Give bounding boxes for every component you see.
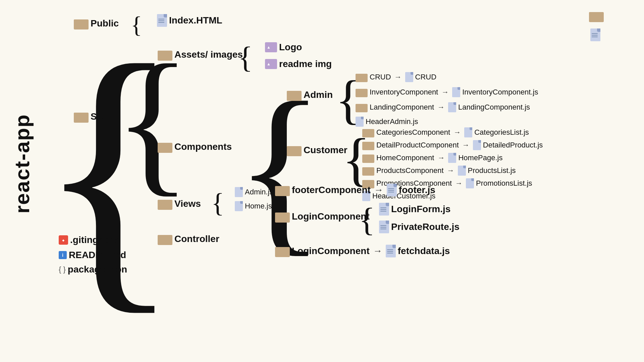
top-right-file-icon — [590, 28, 600, 41]
views-node: Views — [158, 198, 201, 210]
landing-folder-label: LandingComponent — [370, 103, 434, 112]
customer-label: Customer — [304, 145, 347, 156]
products-file-label: ProductsList.js — [468, 166, 516, 175]
crud-folder-node: CRUD → CRUD — [356, 72, 436, 82]
products-folder-icon — [362, 166, 374, 176]
admin-js-icon — [235, 187, 243, 197]
promotions-file-label: PromotionsList.js — [476, 179, 532, 188]
admin-node: Admin — [287, 89, 333, 101]
public-folder-icon — [74, 17, 89, 29]
inventory-folder-label: InventoryComponent — [370, 88, 438, 97]
views-label: Views — [174, 198, 201, 209]
categories-file-label: CategoriesList.js — [474, 128, 529, 137]
json-icon: { } — [59, 265, 66, 274]
controller-label: Controller — [174, 234, 219, 244]
private-route-node: PrivateRoute.js — [379, 221, 460, 233]
top-right-folder-icon — [589, 10, 604, 22]
crud-folder-label: CRUD — [370, 73, 391, 81]
header-admin-node: HeaderAdmin.js — [356, 117, 418, 127]
gitignore-label: .gitingnore — [70, 235, 119, 245]
crud-arrow: → — [394, 73, 402, 81]
src-label: Src — [91, 111, 106, 122]
inventory-node: InventoryComponent → InventoryComponent.… — [356, 87, 538, 97]
crud-file-icon — [405, 72, 413, 82]
components-label: Components — [174, 141, 232, 152]
fetchdata-file-label: fetchdata.js — [398, 246, 450, 256]
private-route-icon — [379, 221, 389, 233]
login-form-icon — [379, 203, 389, 216]
customer-node: Customer — [287, 144, 347, 156]
info-icon: i — [59, 251, 67, 259]
src-brace: { — [114, 40, 191, 201]
categories-node: CategoriesComponent → CategoriesList.js — [362, 127, 529, 137]
promotions-arrow: → — [455, 179, 463, 188]
gitignore-node: .gitingnore — [59, 235, 119, 245]
index-html-label: Index.HTML — [169, 15, 222, 26]
crud-file-label: CRUD — [415, 73, 437, 81]
products-node: ProductsComponent → ProductsList.js — [362, 166, 516, 176]
login-folder-icon — [275, 210, 290, 223]
index-html-icon — [157, 14, 167, 27]
package-node: { } package.json — [59, 264, 127, 275]
categories-arrow: → — [453, 128, 461, 137]
components-brace: { — [235, 74, 325, 261]
components-folder-icon — [158, 141, 172, 153]
inventory-file-label: InventoryComponent.js — [462, 88, 538, 97]
landing-file-icon — [448, 102, 456, 112]
home-comp-node: HomeComponent → HomePage.js — [362, 153, 503, 163]
products-folder-label: ProductsComponent — [376, 166, 444, 175]
home-comp-file-label: HomePage.js — [458, 154, 502, 162]
detail-file-icon — [473, 140, 481, 150]
public-label: Public — [91, 18, 119, 29]
footer-file-label: footer.js — [399, 185, 435, 195]
src-folder-icon — [74, 111, 89, 123]
products-file-icon — [458, 166, 466, 176]
footer-folder-icon — [275, 184, 290, 196]
products-arrow: → — [447, 166, 454, 175]
footer-node: footerComponent → footer.js — [275, 184, 435, 196]
home-js-label: Home.js — [245, 202, 272, 210]
home-comp-arrow: → — [437, 154, 445, 162]
git-icon — [59, 235, 68, 245]
readme-label: README.md — [69, 250, 126, 260]
detail-file-label: DetailedProduct.js — [483, 141, 543, 149]
top-right-folder — [589, 10, 604, 23]
admin-label: Admin — [304, 89, 333, 100]
controller-folder-icon — [158, 233, 172, 245]
login-folder-label: LoginComponent — [292, 211, 370, 222]
login-brace: { — [359, 200, 375, 239]
readme-node: i README.md — [59, 250, 126, 260]
categories-folder-icon — [362, 127, 374, 137]
detail-node: DetailProductComponent → DetailedProduct… — [362, 140, 543, 150]
diagram: react-app { Public { Index.HTML Src { As… — [0, 0, 644, 362]
detail-arrow: → — [462, 141, 470, 149]
promotions-file-icon — [466, 178, 474, 188]
logo-icon — [265, 42, 277, 52]
fetchdata-arrow: → — [373, 246, 382, 256]
landing-node: LandingComponent → LandingComponent.js — [356, 102, 530, 112]
categories-file-icon — [464, 127, 472, 137]
admin-folder-icon — [287, 89, 302, 101]
landing-file-label: LandingComponent.js — [458, 103, 530, 112]
footer-folder-label: footerComponent — [292, 185, 371, 195]
views-folder-icon — [158, 198, 172, 210]
fetchdata-folder-label: LoginComponent — [292, 246, 370, 256]
login-comp-node: LoginComponent — [275, 210, 370, 223]
footer-file-icon — [387, 184, 397, 196]
logo-label: Logo — [279, 42, 302, 53]
header-admin-label: HeaderAdmin.js — [366, 117, 418, 126]
controller-node: Controller — [158, 233, 219, 245]
logo-node: Logo — [265, 42, 302, 53]
admin-js-node: Admin.js — [235, 187, 273, 197]
views-brace: { — [211, 188, 224, 218]
detail-folder-label: DetailProductComponent — [376, 141, 459, 149]
assets-node: Assets/ images — [158, 49, 243, 61]
admin-js-label: Admin.js — [245, 188, 273, 196]
private-route-label: PrivateRoute.js — [391, 222, 460, 232]
inventory-folder-icon — [356, 87, 368, 97]
home-js-icon — [235, 201, 243, 211]
header-admin-icon — [356, 117, 364, 127]
top-right-file — [590, 28, 600, 43]
public-node: Public — [74, 17, 119, 29]
inventory-file-icon — [452, 87, 460, 97]
